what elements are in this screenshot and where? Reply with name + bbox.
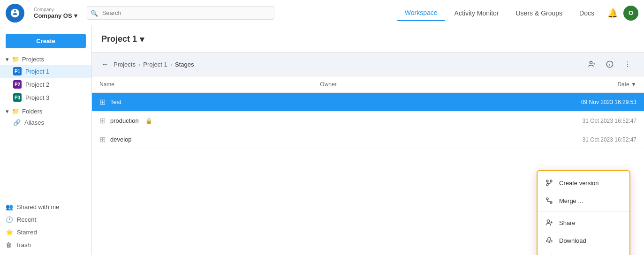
topbar: Company Company OS ▾ 🔍 Workspace Activit… [0, 0, 644, 26]
sidebar-item-project2[interactable]: P2 Project 2 [0, 78, 91, 91]
aliases-icon: 🔗 [13, 119, 21, 126]
svg-point-11 [550, 180, 552, 182]
svg-point-0 [590, 61, 592, 64]
more-options-button[interactable] [621, 57, 635, 71]
add-user-button[interactable] [585, 57, 599, 71]
sidebar-projects-header[interactable]: ▾ 📁 Projects [0, 54, 91, 65]
row-test-name: ⊞ Test [92, 93, 312, 112]
sidebar-folders-section: ▾ 📁 Folders 🔗 Aliases [0, 106, 91, 128]
row-develop-owner [312, 130, 415, 149]
project-title-caret: ▾ [140, 34, 144, 45]
breadcrumb-project1[interactable]: Project 1 [143, 61, 167, 68]
info-button[interactable] [603, 57, 617, 71]
breadcrumb-actions [585, 57, 635, 71]
stages-icon: ⊞ [99, 116, 106, 125]
layout: Create ▾ 📁 Projects P1 Project 1 P2 Proj… [0, 0, 644, 255]
project2-badge: P2 [13, 80, 22, 89]
menu-edit[interactable]: Edit [538, 249, 629, 255]
download-icon [545, 236, 553, 245]
sidebar-item-shared[interactable]: 👥 Shared with me [0, 201, 91, 213]
table-row[interactable]: ⊞ production 🔒 31 Oct 2023 16:52:47 [92, 112, 644, 130]
search-box: 🔍 [87, 6, 274, 20]
main-header: Project 1 ▾ [92, 26, 644, 52]
create-button[interactable]: Create [6, 34, 86, 48]
branch-icon [545, 179, 553, 187]
sidebar-item-trash[interactable]: 🗑 Trash [0, 239, 91, 251]
lock-icon: 🔒 [145, 118, 152, 124]
trash-icon: 🗑 [6, 241, 12, 248]
svg-point-10 [546, 180, 548, 182]
col-owner-header[interactable]: Owner [312, 76, 415, 93]
svg-point-14 [547, 220, 549, 222]
context-menu: Create version Merge ... Share [537, 170, 630, 255]
breadcrumb-current: Stages [175, 61, 194, 68]
main-content: Project 1 ▾ ← Projects › Project 1 › Sta… [92, 26, 644, 255]
breadcrumb-back-button[interactable]: ← [101, 60, 109, 68]
menu-download[interactable]: Download [538, 232, 629, 249]
breadcrumb: ← Projects › Project 1 › Stages [92, 52, 644, 76]
svg-point-7 [627, 64, 628, 65]
project3-badge: P3 [13, 93, 22, 102]
nav-users-groups[interactable]: Users & Groups [508, 6, 570, 21]
share-icon [545, 218, 553, 227]
row-develop-name: ⊞ develop [92, 130, 312, 149]
merge-icon [545, 196, 553, 205]
search-icon: 🔍 [91, 9, 98, 16]
table-row[interactable]: ⊞ Test 09 Nov 2023 16:29:53 [92, 93, 644, 112]
starred-icon: ⭐ [6, 229, 13, 236]
stages-table: Name Owner Date ▼ ⊞ Test [92, 76, 644, 149]
projects-folder-icon: 📁 [12, 56, 19, 63]
user-avatar[interactable]: O [623, 6, 638, 21]
recent-icon: 🕐 [6, 216, 13, 223]
table-header-row: Name Owner Date ▼ [92, 76, 644, 93]
nav-workspace[interactable]: Workspace [397, 5, 445, 21]
menu-divider [538, 211, 629, 212]
stages-icon: ⊞ [99, 135, 106, 144]
row-production-date: 31 Oct 2023 16:52:47 [415, 112, 644, 130]
menu-merge[interactable]: Merge ... [538, 192, 629, 210]
nav-docs[interactable]: Docs [572, 6, 602, 21]
sidebar: Create ▾ 📁 Projects P1 Project 1 P2 Proj… [0, 26, 92, 255]
col-date-header[interactable]: Date ▼ [415, 76, 644, 93]
stages-icon: ⊞ [99, 98, 106, 106]
company-selector[interactable]: Company Company OS ▾ [30, 7, 81, 19]
svg-point-13 [546, 198, 548, 200]
row-test-owner [312, 93, 415, 112]
sidebar-item-recent[interactable]: 🕐 Recent [0, 213, 91, 226]
menu-share[interactable]: Share [538, 214, 629, 232]
sidebar-item-starred[interactable]: ⭐ Starred [0, 226, 91, 239]
breadcrumb-projects[interactable]: Projects [114, 61, 136, 68]
project1-badge: P1 [13, 67, 22, 75]
sidebar-folders-header[interactable]: ▾ 📁 Folders [0, 106, 91, 117]
nav-activity-monitor[interactable]: Activity Monitor [447, 6, 507, 21]
shared-icon: 👥 [6, 203, 13, 210]
company-name: Company OS ▾ [34, 12, 77, 19]
sidebar-projects-section: ▾ 📁 Projects P1 Project 1 P2 Project 2 P… [0, 54, 91, 104]
row-develop-date: 31 Oct 2023 16:52:47 [415, 130, 644, 149]
project-title[interactable]: Project 1 ▾ [101, 34, 144, 45]
search-input[interactable] [87, 6, 274, 20]
table-container: Name Owner Date ▼ ⊞ Test [92, 76, 644, 255]
topbar-nav: Workspace Activity Monitor Users & Group… [397, 4, 638, 22]
sidebar-item-aliases[interactable]: 🔗 Aliases [0, 117, 91, 128]
sidebar-item-project3[interactable]: P3 Project 3 [0, 91, 91, 104]
notification-bell[interactable]: 🔔 [604, 4, 621, 22]
app-logo[interactable] [6, 4, 24, 22]
svg-point-8 [627, 66, 628, 67]
row-production-owner [312, 112, 415, 130]
table-row[interactable]: ⊞ develop 31 Oct 2023 16:52:47 [92, 130, 644, 149]
folders-icon: 📁 [12, 108, 19, 115]
col-name-header[interactable]: Name [92, 76, 312, 93]
svg-point-6 [627, 61, 628, 62]
row-production-name: ⊞ production 🔒 [92, 112, 312, 130]
row-test-date: 09 Nov 2023 16:29:53 [415, 93, 644, 112]
sidebar-item-project1[interactable]: P1 Project 1 [0, 65, 91, 78]
menu-create-version[interactable]: Create version [538, 174, 629, 192]
company-label: Company [34, 7, 77, 12]
